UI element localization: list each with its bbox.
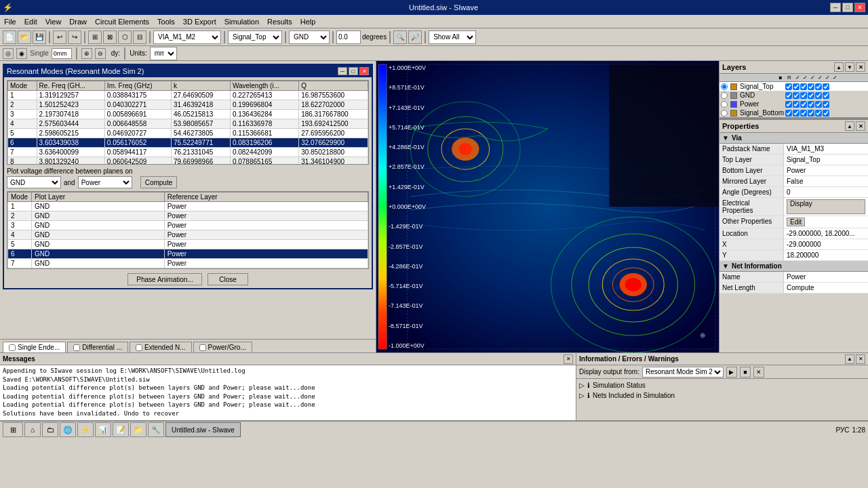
tree-item-nets[interactable]: ▷ ℹ Nets Included in Simulation xyxy=(579,390,865,401)
via-combo[interactable]: VIA_M1_M2 xyxy=(153,30,221,44)
lc-4[interactable] xyxy=(808,83,814,90)
taskbar-app-3[interactable]: 🌐 xyxy=(60,422,76,437)
taskbar-app-1[interactable]: ⌂ xyxy=(24,422,41,437)
to-select[interactable]: Power xyxy=(78,176,132,188)
toolbar-btn-c[interactable]: ⬡ xyxy=(118,30,132,44)
other-edit-btn[interactable]: Edit xyxy=(787,218,805,226)
plot-row-6[interactable]: 6 GND Power xyxy=(8,249,368,259)
plot-row-2[interactable]: 2 GND Power xyxy=(8,211,368,221)
inner-btn-4[interactable]: ⊖ xyxy=(95,48,106,59)
tab-extended[interactable]: Extended N... xyxy=(130,342,192,352)
lc-6[interactable] xyxy=(823,83,829,90)
lc-p6[interactable] xyxy=(823,101,829,108)
plot-row-8[interactable]: 8 GND Power xyxy=(8,268,368,270)
plot-row-5[interactable]: 5 GND Power xyxy=(8,240,368,249)
toolbar-zoom-out[interactable]: 🔎 xyxy=(408,30,422,44)
lc-sb3[interactable] xyxy=(800,110,807,117)
tree-item-sim-status[interactable]: ▷ ℹ Simulation Status xyxy=(579,380,865,390)
inner-btn-2[interactable]: ◉ xyxy=(16,48,27,59)
layer-gnd[interactable]: GND xyxy=(719,91,868,100)
menu-file[interactable]: File xyxy=(0,16,20,27)
mode-row-4[interactable]: 4 2.575603444 0.006648558 53.98085657 0.… xyxy=(8,119,368,129)
taskbar-app-7[interactable]: 📁 xyxy=(130,422,146,437)
menu-draw[interactable]: Draw xyxy=(65,16,91,27)
toolbar-undo[interactable]: ↩ xyxy=(53,30,66,44)
modes-table-scroll[interactable]: Mode Re. Freq (GH... Im. Freq (GHz) k Wa… xyxy=(7,80,369,165)
from-select[interactable]: GND xyxy=(7,176,61,188)
lc-g5[interactable] xyxy=(815,92,822,99)
plot-row-4[interactable]: 4 GND Power xyxy=(8,230,368,240)
tab-power-checkbox[interactable] xyxy=(199,344,206,351)
lc-p1[interactable] xyxy=(785,101,792,108)
close-button[interactable]: ✕ xyxy=(854,3,865,12)
layer-signal-bottom[interactable]: Signal_Bottom xyxy=(719,108,868,117)
info-tb-1[interactable]: ▶ xyxy=(726,367,737,378)
degrees-input[interactable] xyxy=(336,30,361,44)
mode-row-3[interactable]: 3 2.197307418 0.005896691 46.05215813 0.… xyxy=(8,110,368,119)
taskbar-app-4[interactable]: ⚡ xyxy=(77,422,94,437)
tab-power[interactable]: Power/Gro... xyxy=(193,342,252,352)
toolbar-redo[interactable]: ↪ xyxy=(68,30,81,44)
mode-row-8[interactable]: 8 3.801329240 0.060642509 79.66998966 0.… xyxy=(8,157,368,165)
plot-row-7[interactable]: 7 GND Power xyxy=(8,259,368,268)
dialog-maximize[interactable]: □ xyxy=(349,67,358,75)
compute-button[interactable]: Compute xyxy=(140,176,178,188)
layers-btn-2[interactable]: ▼ xyxy=(845,62,854,72)
layers-btn-1[interactable]: ▲ xyxy=(834,62,844,72)
lc-g3[interactable] xyxy=(800,92,807,99)
menu-help[interactable]: Help xyxy=(296,16,320,27)
inner-btn-1[interactable]: ◎ xyxy=(3,48,14,59)
prop-btn-1[interactable]: ▲ xyxy=(845,121,854,131)
mode-row-2[interactable]: 2 1.501252423 0.040302271 31.46392418 0.… xyxy=(8,100,368,110)
mode-row-6[interactable]: 6 3.603439038 0.056176052 75.52249771 0.… xyxy=(8,138,368,148)
layer-radio-signal-top[interactable] xyxy=(721,83,728,90)
toolbar-new[interactable]: 📄 xyxy=(3,30,16,44)
taskbar-app-2[interactable]: 🗀 xyxy=(42,422,58,437)
lc-g2[interactable] xyxy=(793,92,800,99)
info-btn-1[interactable]: ▲ xyxy=(845,354,854,364)
lc-p3[interactable] xyxy=(800,101,807,108)
lc-1[interactable] xyxy=(785,83,792,90)
lc-2[interactable] xyxy=(793,83,800,90)
mode-row-5[interactable]: 5 2.598605215 0.046920727 54.46273805 0.… xyxy=(8,129,368,138)
info-tb-3[interactable]: ✕ xyxy=(753,367,764,378)
msg-btn-1[interactable]: ✕ xyxy=(564,354,573,364)
layer-radio-gnd[interactable] xyxy=(721,92,728,99)
tab-single-checkbox[interactable] xyxy=(9,344,16,351)
toolbar-zoom-in[interactable]: 🔍 xyxy=(393,30,407,44)
units-combo[interactable]: mm xyxy=(150,47,177,60)
start-button[interactable]: ⊞ xyxy=(3,422,23,437)
tab-diff-checkbox[interactable] xyxy=(73,344,80,351)
lc-3[interactable] xyxy=(800,83,807,90)
signal-combo[interactable]: Signal_Top xyxy=(228,30,282,44)
maximize-button[interactable]: □ xyxy=(842,3,853,12)
info-btn-2[interactable]: ✕ xyxy=(856,354,865,364)
toolbar-btn-b[interactable]: ⊠ xyxy=(103,30,117,44)
taskbar-siwave[interactable]: Untitled.siw - SIwave xyxy=(165,422,241,437)
lc-g6[interactable] xyxy=(823,92,829,99)
info-tb-2[interactable]: ■ xyxy=(740,367,751,378)
toolbar-btn-a[interactable]: ⊞ xyxy=(88,30,102,44)
lc-sb2[interactable] xyxy=(793,110,800,117)
taskbar-app-6[interactable]: 📝 xyxy=(113,422,129,437)
expand-nets-icon[interactable]: ▷ xyxy=(579,392,585,399)
menu-tools[interactable]: Tools xyxy=(153,16,179,27)
lc-g4[interactable] xyxy=(808,92,814,99)
layer-signal-top[interactable]: Signal_Top xyxy=(719,82,868,91)
tab-single-ended[interactable]: Single Ende... xyxy=(3,342,66,352)
lc-sb4[interactable] xyxy=(808,110,814,117)
phase-animation-button[interactable]: Phase Animation... xyxy=(127,273,202,285)
menu-3d-export[interactable]: 3D Export xyxy=(179,16,220,27)
plot-row-3[interactable]: 3 GND Power xyxy=(8,221,368,230)
dialog-close[interactable]: ✕ xyxy=(359,67,369,75)
lc-p2[interactable] xyxy=(793,101,800,108)
lc-sb6[interactable] xyxy=(823,110,829,117)
toolbar-open[interactable]: 📂 xyxy=(18,30,31,44)
expand-sim-icon[interactable]: ▷ xyxy=(579,382,585,389)
lc-g1[interactable] xyxy=(785,92,792,99)
layer-radio-power[interactable] xyxy=(721,101,728,108)
menu-results[interactable]: Results xyxy=(263,16,296,27)
toolbar-save[interactable]: 💾 xyxy=(33,30,46,44)
tab-ext-checkbox[interactable] xyxy=(136,344,142,351)
taskbar-app-8[interactable]: 🔧 xyxy=(148,422,164,437)
